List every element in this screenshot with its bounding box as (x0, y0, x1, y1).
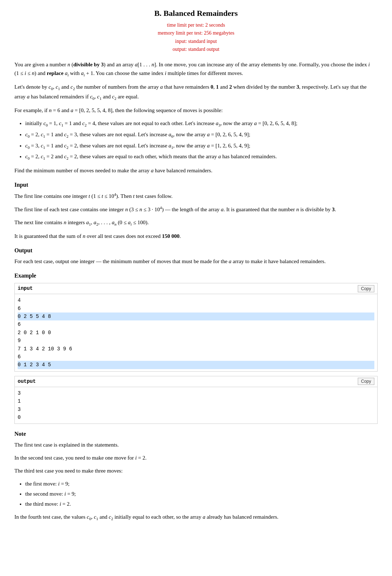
note-3: The third test case you need to make thr… (14, 466, 378, 475)
input-example-box: input Copy 4 6 0 2 5 5 4 8 6 2 0 2 1 0 0… (14, 283, 378, 372)
note-1: The first test case is explained in the … (14, 440, 378, 449)
output-label: output (18, 378, 36, 385)
output-example-box: output Copy 3 1 3 0 (14, 376, 378, 424)
note-section-title: Note (14, 430, 378, 438)
example-title: Example (14, 271, 378, 280)
output-section-title: Output (14, 246, 378, 255)
input-description-3: The next line contains n integers a1, a2… (14, 218, 378, 228)
input-example-header: input Copy (15, 283, 377, 294)
example-bullets: initially c0 = 1, c1 = 1 and c2 = 4, the… (25, 119, 378, 161)
page-title: B. Balanced Remainders (14, 7, 378, 19)
meta-info: time limit per test: 2 seconds memory li… (14, 21, 378, 54)
input-description-2: The first line of each test case contain… (14, 205, 378, 214)
input-section-title: Input (14, 181, 378, 189)
input-label: input (18, 285, 33, 292)
input-example-content: 4 6 0 2 5 5 4 8 6 2 0 2 1 0 0 9 7 1 3 4 … (15, 294, 377, 371)
output-example-header: output Copy (15, 376, 377, 387)
output-example-content: 3 1 3 0 (15, 387, 377, 424)
problem-statement-2: Let's denote by c0, c1 and c2 the number… (14, 83, 378, 102)
note-bullets: the first move: i = 9; the second move: … (25, 479, 378, 508)
output-copy-button[interactable]: Copy (358, 378, 374, 385)
note-4: In the fourth test case, the values c0, … (14, 513, 378, 522)
input-description-1: The first line contains one integer t (1… (14, 191, 378, 200)
note-2: In the second test case, you need to mak… (14, 453, 378, 462)
problem-statement-3: For example, if n = 6 and a = [0, 2, 5, … (14, 106, 378, 115)
input-description-4: It is guaranteed that the sum of n over … (14, 232, 378, 240)
input-copy-button[interactable]: Copy (358, 285, 374, 292)
problem-statement-1: You are given a number n (divisible by 3… (14, 60, 378, 79)
output-description: For each test case, output one integer —… (14, 257, 378, 266)
problem-statement-find: Find the minimum number of moves needed … (14, 166, 378, 175)
